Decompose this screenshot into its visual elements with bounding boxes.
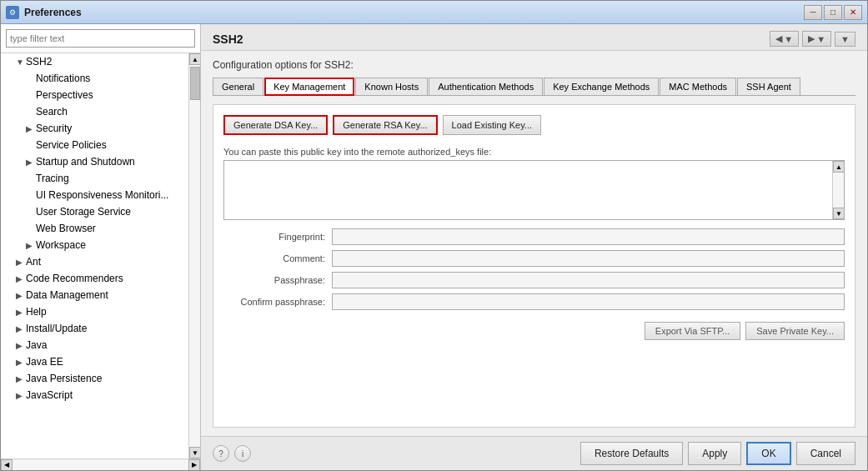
sidebar-item-notifications[interactable]: Notifications	[1, 70, 188, 87]
sidebar-item-data-management[interactable]: ▶ Data Management	[1, 287, 188, 303]
expand-arrow-help: ▶	[16, 308, 24, 316]
sidebar-scrollbar: ▲ ▼	[188, 53, 200, 458]
tab-key-exchange[interactable]: Key Exchange Methods	[544, 78, 659, 95]
sidebar-label-security: Security	[36, 123, 72, 134]
sidebar-item-security[interactable]: ▶ Security	[1, 120, 188, 137]
sidebar-label-ant: Ant	[26, 256, 41, 268]
help-icon[interactable]: ?	[213, 445, 229, 462]
sidebar-label-perspectives: Perspectives	[36, 89, 93, 101]
sidebar-label-web-browser: Web Browser	[36, 223, 96, 234]
hscroll-track[interactable]	[13, 459, 188, 471]
sidebar-item-ssh2[interactable]: ▼ SSH2	[1, 53, 188, 70]
scroll-down-button[interactable]: ▼	[189, 447, 200, 458]
sidebar-label-install-update: Install/Update	[26, 323, 87, 334]
sidebar-item-java[interactable]: ▶ Java	[1, 337, 188, 353]
hscroll-left-button[interactable]: ◀	[1, 459, 13, 471]
export-sftp-button[interactable]: Export Via SFTP...	[645, 322, 740, 340]
textarea-scroll-down[interactable]: ▼	[833, 208, 845, 219]
spacer	[26, 208, 34, 216]
load-existing-key-button[interactable]: Load Existing Key...	[443, 115, 541, 135]
nav-menu-button[interactable]: ▼	[835, 32, 855, 47]
sidebar-label-java: Java	[26, 339, 47, 351]
sidebar-label-help: Help	[26, 306, 47, 318]
tab-key-management[interactable]: Key Management	[264, 78, 354, 96]
nav-back-button[interactable]: ◀ ▼	[770, 31, 799, 47]
sidebar-item-code-recommenders[interactable]: ▶ Code Recommenders	[1, 270, 188, 287]
sidebar-item-tracing[interactable]: Tracing	[1, 170, 188, 187]
scrollbar-thumb[interactable]	[190, 67, 200, 100]
sidebar-item-web-browser[interactable]: Web Browser	[1, 220, 188, 237]
fingerprint-input[interactable]	[332, 228, 845, 245]
sidebar-item-startup-shutdown[interactable]: ▶ Startup and Shutdown	[1, 153, 188, 170]
sidebar-item-ant[interactable]: ▶ Ant	[1, 253, 188, 270]
sidebar-label-java-ee: Java EE	[26, 356, 63, 368]
expand-arrow-javascript: ▶	[16, 391, 24, 399]
forward-arrow-icon: ▶	[808, 33, 815, 44]
tab-ssh-agent[interactable]: SSH Agent	[737, 78, 800, 95]
public-key-textarea[interactable]	[224, 161, 832, 219]
sidebar-label-javascript: JavaScript	[26, 389, 73, 401]
sidebar-label-code-recommenders: Code Recommenders	[26, 273, 123, 284]
apply-button[interactable]: Apply	[688, 442, 741, 465]
tab-known-hosts[interactable]: Known Hosts	[355, 78, 428, 95]
hscroll-right-button[interactable]: ▶	[188, 459, 200, 471]
sidebar-item-workspace[interactable]: ▶ Workspace	[1, 237, 188, 253]
generate-rsa-button[interactable]: Generate RSA Key...	[333, 115, 437, 135]
bottom-key-buttons: Export Via SFTP... Save Private Key...	[223, 322, 845, 340]
expand-arrow-startup: ▶	[26, 158, 34, 166]
sidebar-item-java-ee[interactable]: ▶ Java EE	[1, 353, 188, 370]
sidebar-item-help[interactable]: ▶ Help	[1, 303, 188, 320]
ok-button[interactable]: OK	[746, 442, 790, 465]
title-bar: ⚙ Preferences ─ □ ✕	[1, 1, 867, 24]
comment-row: Comment:	[223, 250, 845, 267]
tabs-container: General Key Management Known Hosts Authe…	[213, 78, 855, 96]
info-icon[interactable]: i	[234, 445, 251, 462]
scroll-up-button[interactable]: ▲	[189, 53, 200, 65]
tree-container: ▼ SSH2 Notifications Perspectives Search	[1, 53, 188, 458]
textarea-scroll-track[interactable]	[833, 173, 844, 208]
confirm-passphrase-input[interactable]	[332, 293, 845, 310]
tab-auth-methods[interactable]: Authentication Methods	[429, 78, 543, 95]
close-button[interactable]: ✕	[844, 5, 862, 20]
window-title: Preferences	[24, 7, 804, 18]
expand-arrow-install: ▶	[16, 324, 24, 333]
comment-label: Comment:	[223, 253, 332, 263]
filter-input[interactable]	[6, 29, 195, 48]
sidebar-label-ui-responsiveness: UI Responsiveness Monitori...	[36, 189, 168, 201]
comment-input[interactable]	[332, 250, 845, 267]
scrollbar-track[interactable]	[189, 65, 200, 447]
sidebar-item-search[interactable]: Search	[1, 103, 188, 120]
sidebar-item-user-storage[interactable]: User Storage Service	[1, 203, 188, 220]
expand-arrow-java-persistence: ▶	[16, 374, 24, 383]
sidebar-label-service-policies: Service Policies	[36, 139, 107, 151]
textarea-scroll-up[interactable]: ▲	[833, 161, 845, 173]
restore-defaults-button[interactable]: Restore Defaults	[580, 442, 683, 465]
sidebar-item-install-update[interactable]: ▶ Install/Update	[1, 320, 188, 337]
save-private-key-button[interactable]: Save Private Key...	[745, 322, 845, 340]
panel-title: SSH2	[213, 33, 243, 46]
expand-arrow-code: ▶	[16, 274, 24, 283]
cancel-button[interactable]: Cancel	[796, 442, 855, 465]
back-dropdown-icon: ▼	[784, 34, 793, 44]
textarea-vscroll: ▲ ▼	[832, 161, 844, 219]
expand-arrow-ant: ▶	[16, 258, 24, 266]
dialog-bottom: ? i Restore Defaults Apply OK Cancel	[201, 436, 867, 470]
window-controls: ─ □ ✕	[804, 5, 862, 20]
generate-dsa-button[interactable]: Generate DSA Key...	[223, 115, 328, 135]
spacer	[26, 191, 34, 199]
minimize-button[interactable]: ─	[804, 5, 822, 20]
sidebar-item-perspectives[interactable]: Perspectives	[1, 87, 188, 103]
sidebar-item-javascript[interactable]: ▶ JavaScript	[1, 387, 188, 403]
passphrase-input[interactable]	[332, 272, 845, 288]
tab-general[interactable]: General	[213, 78, 263, 95]
sidebar-item-java-persistence[interactable]: ▶ Java Persistence	[1, 370, 188, 387]
expand-arrow-java-ee: ▶	[16, 358, 24, 366]
sidebar-hscroll: ◀ ▶	[1, 458, 200, 470]
tab-mac-methods[interactable]: MAC Methods	[660, 78, 736, 95]
passphrase-label: Passphrase:	[223, 275, 332, 285]
sidebar-item-ui-responsiveness[interactable]: UI Responsiveness Monitori...	[1, 187, 188, 203]
sidebar-item-service-policies[interactable]: Service Policies	[1, 137, 188, 153]
sidebar-label-data-management: Data Management	[26, 289, 108, 301]
maximize-button[interactable]: □	[824, 5, 842, 20]
nav-forward-button[interactable]: ▶ ▼	[802, 31, 831, 47]
